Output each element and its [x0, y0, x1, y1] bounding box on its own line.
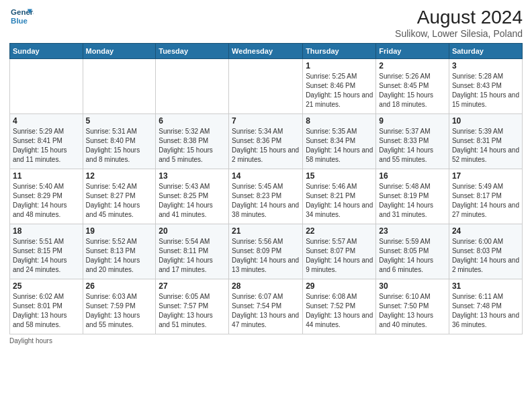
day-number: 19: [86, 226, 153, 236]
table-row: 16Sunrise: 5:48 AMSunset: 8:19 PMDayligh…: [376, 169, 449, 224]
logo-icon: General Blue: [9, 7, 34, 27]
day-info: Sunrise: 5:52 AMSunset: 8:13 PMDaylight:…: [86, 237, 153, 275]
table-row: 18Sunrise: 5:51 AMSunset: 8:15 PMDayligh…: [10, 224, 83, 279]
table-row: 2Sunrise: 5:26 AMSunset: 8:45 PMDaylight…: [376, 59, 449, 114]
day-number: 7: [232, 116, 300, 126]
day-number: 16: [379, 171, 446, 181]
calendar-week-row: 1Sunrise: 5:25 AMSunset: 8:46 PMDaylight…: [10, 59, 523, 114]
day-info: Sunrise: 5:48 AMSunset: 8:19 PMDaylight:…: [379, 182, 446, 220]
day-info: Sunrise: 5:57 AMSunset: 8:07 PMDaylight:…: [306, 237, 373, 275]
day-number: 12: [86, 171, 153, 181]
table-row: 20Sunrise: 5:54 AMSunset: 8:11 PMDayligh…: [156, 224, 229, 279]
day-info: Sunrise: 6:10 AMSunset: 7:50 PMDaylight:…: [379, 292, 446, 330]
day-number: 23: [379, 226, 446, 236]
day-info: Sunrise: 5:25 AMSunset: 8:46 PMDaylight:…: [306, 72, 373, 109]
day-info: Sunrise: 5:59 AMSunset: 8:05 PMDaylight:…: [379, 237, 446, 275]
table-row: 15Sunrise: 5:46 AMSunset: 8:21 PMDayligh…: [303, 169, 376, 224]
day-info: Sunrise: 5:42 AMSunset: 8:27 PMDaylight:…: [86, 182, 153, 220]
day-info: Sunrise: 5:32 AMSunset: 8:38 PMDaylight:…: [159, 127, 226, 165]
table-row: 19Sunrise: 5:52 AMSunset: 8:13 PMDayligh…: [83, 224, 156, 279]
day-info: Sunrise: 6:11 AMSunset: 7:48 PMDaylight:…: [452, 292, 519, 330]
day-number: 6: [159, 116, 226, 126]
footer-note: Daylight hours: [9, 337, 523, 345]
day-number: 30: [379, 281, 446, 291]
col-wednesday: Wednesday: [229, 44, 303, 59]
day-number: 10: [452, 116, 519, 126]
day-number: 28: [232, 281, 300, 291]
calendar-week-row: 4Sunrise: 5:29 AMSunset: 8:41 PMDaylight…: [10, 114, 523, 169]
calendar-week-row: 25Sunrise: 6:02 AMSunset: 8:01 PMDayligh…: [10, 279, 523, 334]
col-sunday: Sunday: [10, 44, 83, 59]
day-info: Sunrise: 5:43 AMSunset: 8:25 PMDaylight:…: [159, 182, 226, 220]
table-row: 26Sunrise: 6:03 AMSunset: 7:59 PMDayligh…: [83, 279, 156, 334]
col-monday: Monday: [83, 44, 156, 59]
day-info: Sunrise: 5:40 AMSunset: 8:29 PMDaylight:…: [13, 182, 80, 220]
table-row: 6Sunrise: 5:32 AMSunset: 8:38 PMDaylight…: [156, 114, 229, 169]
day-number: 18: [13, 226, 80, 236]
day-number: 20: [159, 226, 226, 236]
day-number: 9: [379, 116, 446, 126]
day-number: 15: [306, 171, 373, 181]
table-row: [156, 59, 229, 114]
day-number: 26: [86, 281, 153, 291]
calendar-table: Sunday Monday Tuesday Wednesday Thursday…: [9, 43, 523, 334]
col-tuesday: Tuesday: [156, 44, 229, 59]
month-title: August 2024: [395, 7, 523, 28]
day-number: 22: [306, 226, 373, 236]
logo: General Blue: [9, 7, 34, 27]
day-info: Sunrise: 6:07 AMSunset: 7:54 PMDaylight:…: [232, 292, 300, 330]
calendar-week-row: 11Sunrise: 5:40 AMSunset: 8:29 PMDayligh…: [10, 169, 523, 224]
day-number: 4: [13, 116, 80, 126]
day-info: Sunrise: 5:26 AMSunset: 8:45 PMDaylight:…: [379, 72, 446, 109]
table-row: 10Sunrise: 5:39 AMSunset: 8:31 PMDayligh…: [449, 114, 522, 169]
table-row: 12Sunrise: 5:42 AMSunset: 8:27 PMDayligh…: [83, 169, 156, 224]
table-row: 29Sunrise: 6:08 AMSunset: 7:52 PMDayligh…: [303, 279, 376, 334]
table-row: [10, 59, 83, 114]
day-info: Sunrise: 5:37 AMSunset: 8:33 PMDaylight:…: [379, 127, 446, 165]
day-number: 24: [452, 226, 519, 236]
table-row: 24Sunrise: 6:00 AMSunset: 8:03 PMDayligh…: [449, 224, 522, 279]
subtitle: Sulikow, Lower Silesia, Poland: [395, 28, 523, 39]
day-number: 13: [159, 171, 226, 181]
table-row: 21Sunrise: 5:56 AMSunset: 8:09 PMDayligh…: [229, 224, 303, 279]
table-row: 4Sunrise: 5:29 AMSunset: 8:41 PMDaylight…: [10, 114, 83, 169]
day-number: 3: [452, 61, 519, 71]
table-row: 7Sunrise: 5:34 AMSunset: 8:36 PMDaylight…: [229, 114, 303, 169]
col-friday: Friday: [376, 44, 449, 59]
svg-text:Blue: Blue: [11, 17, 28, 25]
day-number: 5: [86, 116, 153, 126]
day-info: Sunrise: 5:28 AMSunset: 8:43 PMDaylight:…: [452, 72, 519, 109]
table-row: 17Sunrise: 5:49 AMSunset: 8:17 PMDayligh…: [449, 169, 522, 224]
day-number: 27: [159, 281, 226, 291]
day-number: 2: [379, 61, 446, 71]
table-row: 31Sunrise: 6:11 AMSunset: 7:48 PMDayligh…: [449, 279, 522, 334]
day-number: 31: [452, 281, 519, 291]
day-info: Sunrise: 6:02 AMSunset: 8:01 PMDaylight:…: [13, 292, 80, 330]
day-number: 17: [452, 171, 519, 181]
day-number: 25: [13, 281, 80, 291]
table-row: 5Sunrise: 5:31 AMSunset: 8:40 PMDaylight…: [83, 114, 156, 169]
day-number: 11: [13, 171, 80, 181]
day-info: Sunrise: 5:45 AMSunset: 8:23 PMDaylight:…: [232, 182, 300, 220]
day-info: Sunrise: 6:03 AMSunset: 7:59 PMDaylight:…: [86, 292, 153, 330]
table-row: 23Sunrise: 5:59 AMSunset: 8:05 PMDayligh…: [376, 224, 449, 279]
day-info: Sunrise: 5:54 AMSunset: 8:11 PMDaylight:…: [159, 237, 226, 275]
table-row: 28Sunrise: 6:07 AMSunset: 7:54 PMDayligh…: [229, 279, 303, 334]
title-block: August 2024 Sulikow, Lower Silesia, Pola…: [395, 7, 523, 39]
table-row: 25Sunrise: 6:02 AMSunset: 8:01 PMDayligh…: [10, 279, 83, 334]
col-thursday: Thursday: [303, 44, 376, 59]
day-number: 8: [306, 116, 373, 126]
table-row: 1Sunrise: 5:25 AMSunset: 8:46 PMDaylight…: [303, 59, 376, 114]
day-info: Sunrise: 5:46 AMSunset: 8:21 PMDaylight:…: [306, 182, 373, 220]
table-row: 11Sunrise: 5:40 AMSunset: 8:29 PMDayligh…: [10, 169, 83, 224]
day-number: 14: [232, 171, 300, 181]
page-container: General Blue August 2024 Sulikow, Lower …: [0, 0, 532, 411]
table-row: 13Sunrise: 5:43 AMSunset: 8:25 PMDayligh…: [156, 169, 229, 224]
table-row: [83, 59, 156, 114]
day-info: Sunrise: 5:29 AMSunset: 8:41 PMDaylight:…: [13, 127, 80, 165]
table-row: 14Sunrise: 5:45 AMSunset: 8:23 PMDayligh…: [229, 169, 303, 224]
table-row: 30Sunrise: 6:10 AMSunset: 7:50 PMDayligh…: [376, 279, 449, 334]
calendar-week-row: 18Sunrise: 5:51 AMSunset: 8:15 PMDayligh…: [10, 224, 523, 279]
day-info: Sunrise: 5:35 AMSunset: 8:34 PMDaylight:…: [306, 127, 373, 165]
table-row: 27Sunrise: 6:05 AMSunset: 7:57 PMDayligh…: [156, 279, 229, 334]
